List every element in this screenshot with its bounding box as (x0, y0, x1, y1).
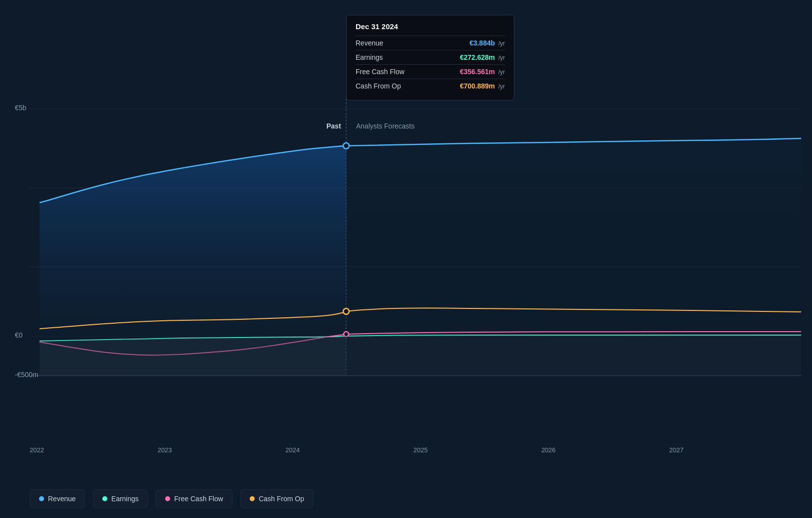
legend-item-fcf[interactable]: Free Cash Flow (156, 489, 232, 508)
legend-label-earnings: Earnings (111, 495, 138, 503)
tooltip-label-fcf: Free Cash Flow (356, 68, 405, 76)
legend-item-earnings[interactable]: Earnings (93, 489, 148, 508)
y-label-0: €0 (15, 331, 23, 339)
svg-point-8 (343, 143, 349, 149)
svg-point-10 (344, 332, 349, 337)
legend-label-fcf: Free Cash Flow (174, 495, 223, 503)
tooltip-value-fcf: €356.561m /yr (460, 68, 505, 76)
legend-label-revenue: Revenue (48, 495, 76, 503)
forecast-label: Analysts Forecasts (356, 122, 414, 130)
x-label-2024: 2024 (285, 446, 300, 454)
past-label: Past (326, 122, 341, 130)
x-label-2027: 2027 (669, 446, 683, 454)
tooltip-date: Dec 31 2024 (356, 22, 505, 31)
x-label-2025: 2025 (413, 446, 428, 454)
tooltip-value-cashop: €700.889m /yr (460, 82, 505, 90)
legend: Revenue Earnings Free Cash Flow Cash Fro… (30, 489, 314, 508)
x-axis: 2022 2023 2024 2025 2026 2027 (30, 446, 797, 454)
x-label-2023: 2023 (158, 446, 172, 454)
legend-dot-cashop (250, 496, 255, 501)
tooltip-value-revenue: €3.884b /yr (469, 39, 505, 47)
y-label-neg500: -€500m (15, 371, 38, 379)
legend-dot-revenue (39, 496, 44, 501)
tooltip-row-earnings: Earnings €272.628m /yr (356, 50, 505, 64)
chart-container: €5b €0 -€500m Past Analysts Forecasts 20… (0, 0, 812, 518)
tooltip-label-earnings: Earnings (356, 53, 383, 61)
tooltip-row-fcf: Free Cash Flow €356.561m /yr (356, 64, 505, 79)
tooltip-row-cashop: Cash From Op €700.889m /yr (356, 79, 505, 93)
y-label-5b: €5b (15, 104, 26, 112)
tooltip-value-earnings: €272.628m /yr (460, 53, 505, 61)
x-label-2026: 2026 (541, 446, 556, 454)
legend-dot-earnings (102, 496, 107, 501)
tooltip-label-cashop: Cash From Op (356, 82, 401, 90)
legend-item-cashop[interactable]: Cash From Op (240, 489, 314, 508)
legend-item-revenue[interactable]: Revenue (30, 489, 85, 508)
svg-point-9 (343, 308, 349, 314)
legend-label-cashop: Cash From Op (259, 495, 304, 503)
tooltip-row-revenue: Revenue €3.884b /yr (356, 36, 505, 50)
tooltip: Dec 31 2024 Revenue €3.884b /yr Earnings… (346, 15, 514, 100)
x-label-2022: 2022 (30, 446, 44, 454)
legend-dot-fcf (165, 496, 170, 501)
tooltip-label-revenue: Revenue (356, 39, 383, 47)
